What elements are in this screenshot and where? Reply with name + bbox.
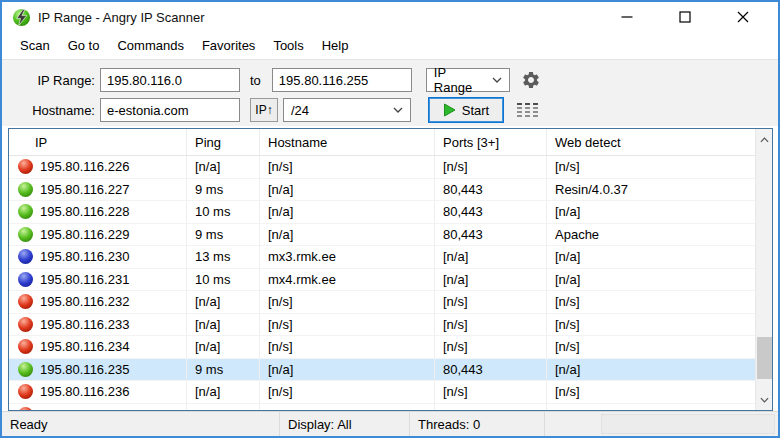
- ip-lookup-label: IP↑: [255, 103, 272, 117]
- table-row[interactable]: 195.80.116.231 10 ms mx4.rmk.ee [n/a] [n…: [9, 269, 755, 292]
- host-status-icon: [18, 407, 33, 410]
- scroll-up-button[interactable]: [756, 131, 773, 148]
- cell-ip: 195.80.116.235: [9, 359, 187, 381]
- menu-item[interactable]: Tools: [264, 35, 312, 56]
- close-button[interactable]: [720, 2, 766, 32]
- cell-ip: 195.80.116.229: [9, 224, 187, 246]
- cell-hostname: [n/a]: [260, 224, 435, 246]
- ip-value: 195.80.116.226: [40, 159, 129, 174]
- ip-value: 195.80.116.233: [40, 317, 129, 332]
- columns-list-icon: [517, 102, 538, 118]
- cell-ping: [n/a]: [187, 381, 260, 403]
- cell-ports: 80,443: [435, 201, 547, 223]
- table-row[interactable]: 195.80.116.230 13 ms mx3.rmk.ee [n/a] [n…: [9, 246, 755, 269]
- cell-ip: 195.80.116.233: [9, 314, 187, 336]
- menu-item[interactable]: Commands: [108, 35, 192, 56]
- column-header[interactable]: Web detect: [547, 129, 755, 155]
- cell-ip: 195.80.116.236: [9, 381, 187, 403]
- maximize-icon: [679, 11, 691, 23]
- column-header[interactable]: IP: [9, 129, 187, 155]
- cell-ping: 13 ms: [187, 246, 260, 268]
- preferences-button[interactable]: [521, 70, 541, 90]
- minimize-button[interactable]: [604, 2, 650, 32]
- cell-web-detect: [n/s]: [547, 291, 755, 313]
- menu-item[interactable]: Favorites: [193, 35, 264, 56]
- ip-lookup-button[interactable]: IP↑: [250, 98, 278, 122]
- cell-web-detect: [n/s]: [547, 381, 755, 403]
- feeder-select[interactable]: IP Range: [426, 68, 510, 92]
- cell-web-detect: [n/a]: [547, 359, 755, 381]
- cell-hostname: [n/a]: [260, 201, 435, 223]
- maximize-button[interactable]: [662, 2, 708, 32]
- cell-ports: 80,443: [435, 359, 547, 381]
- ip-from-input[interactable]: [100, 68, 240, 92]
- column-header[interactable]: Ports [3+]: [435, 129, 547, 155]
- column-header[interactable]: Hostname: [260, 129, 435, 155]
- cell-ping: 9 ms: [187, 224, 260, 246]
- cell-ports: [n/s]: [435, 291, 547, 313]
- cell-hostname: [n/s]: [260, 291, 435, 313]
- table-row[interactable]: 195.80.116.237 [n/a] [n/s] [n/s] [n/s]: [9, 404, 755, 411]
- cell-hostname: mx3.rmk.ee: [260, 246, 435, 268]
- table-row[interactable]: 195.80.116.229 9 ms [n/a] 80,443 Apache: [9, 224, 755, 247]
- vertical-scrollbar[interactable]: [755, 129, 772, 410]
- window-title: IP Range - Angry IP Scanner: [38, 10, 204, 25]
- fetchers-button[interactable]: [517, 102, 538, 118]
- toolbar: IP Range: to IP Range Hostname: IP↑ /24: [2, 59, 778, 126]
- feeder-select-value: IP Range: [434, 65, 486, 95]
- ip-to-input[interactable]: [272, 68, 412, 92]
- chevron-down-icon: [492, 77, 502, 83]
- table-row[interactable]: 195.80.116.233 [n/a] [n/s] [n/s] [n/s]: [9, 314, 755, 337]
- table-row[interactable]: 195.80.116.235 9 ms [n/a] 80,443 [n/a]: [9, 359, 755, 382]
- hostname-input[interactable]: [100, 98, 240, 122]
- cell-ports: 80,443: [435, 179, 547, 201]
- cell-ports: [n/s]: [435, 314, 547, 336]
- table-row[interactable]: 195.80.116.234 [n/a] [n/s] [n/s] [n/s]: [9, 336, 755, 359]
- cell-ip: 195.80.116.232: [9, 291, 187, 313]
- cell-ping: 9 ms: [187, 359, 260, 381]
- cell-web-detect: [n/a]: [547, 246, 755, 268]
- menu-item[interactable]: Go to: [59, 35, 109, 56]
- netmask-select[interactable]: /24: [283, 98, 411, 122]
- cell-web-detect: [n/s]: [547, 314, 755, 336]
- scrollbar-thumb[interactable]: [757, 337, 772, 379]
- table-row[interactable]: 195.80.116.232 [n/a] [n/s] [n/s] [n/s]: [9, 291, 755, 314]
- gear-icon: [521, 70, 541, 90]
- results-table: IP Ping Hostname Ports [3+] Web detect 1…: [8, 128, 773, 411]
- cell-web-detect: [n/s]: [547, 404, 755, 411]
- start-button-label: Start: [462, 103, 489, 118]
- cell-ip: 195.80.116.234: [9, 336, 187, 358]
- host-status-icon: [18, 362, 33, 377]
- scroll-down-button[interactable]: [756, 391, 773, 408]
- chevron-up-icon: [760, 137, 769, 143]
- column-header[interactable]: Ping: [187, 129, 260, 155]
- cell-web-detect: [n/s]: [547, 156, 755, 178]
- menu-item[interactable]: Help: [313, 35, 358, 56]
- status-bar: Ready Display: All Threads: 0: [2, 411, 778, 436]
- host-status-icon: [18, 294, 33, 309]
- status-display-filter[interactable]: Display: All: [280, 412, 410, 436]
- cell-hostname: [n/s]: [260, 404, 435, 411]
- cell-web-detect: Apache: [547, 224, 755, 246]
- cell-ping: 9 ms: [187, 179, 260, 201]
- cell-ping: [n/a]: [187, 291, 260, 313]
- cell-ports: [n/s]: [435, 156, 547, 178]
- table-row[interactable]: 195.80.116.228 10 ms [n/a] 80,443 [n/a]: [9, 201, 755, 224]
- table-row[interactable]: 195.80.116.236 [n/a] [n/s] [n/s] [n/s]: [9, 381, 755, 404]
- host-status-icon: [18, 159, 33, 174]
- cell-ports: [n/a]: [435, 269, 547, 291]
- menu-item[interactable]: Scan: [11, 35, 59, 56]
- table-row[interactable]: 195.80.116.227 9 ms [n/a] 80,443 Resin/4…: [9, 179, 755, 202]
- ip-value: 195.80.116.231: [40, 272, 129, 287]
- cell-ip: 195.80.116.231: [9, 269, 187, 291]
- cell-ping: [n/a]: [187, 336, 260, 358]
- table-header: IP Ping Hostname Ports [3+] Web detect: [9, 129, 772, 156]
- cell-ports: [n/a]: [435, 246, 547, 268]
- ip-value: 195.80.116.230: [40, 249, 129, 264]
- start-button[interactable]: Start: [428, 97, 504, 123]
- ip-value: 195.80.116.227: [40, 182, 129, 197]
- table-body: 195.80.116.226 [n/a] [n/s] [n/s] [n/s] 1…: [9, 156, 772, 410]
- play-icon: [443, 103, 456, 117]
- ip-value: 195.80.116.229: [40, 227, 129, 242]
- table-row[interactable]: 195.80.116.226 [n/a] [n/s] [n/s] [n/s]: [9, 156, 755, 179]
